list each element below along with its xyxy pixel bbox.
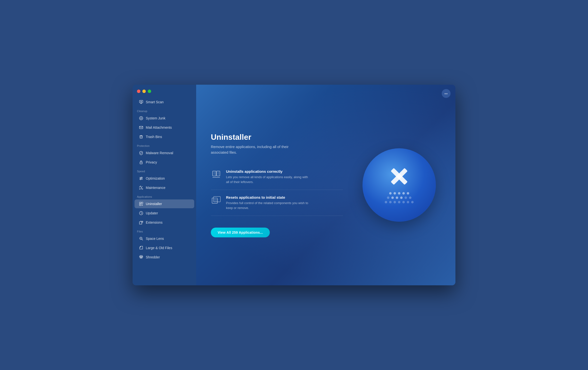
dot [389,192,392,195]
extensions-label: Extensions [146,220,162,224]
window-controls [133,90,196,97]
app-window: Smart Scan Cleanup System Junk [133,85,455,285]
dot [398,201,400,203]
x-mark-icon [389,167,409,186]
left-panel: Uninstaller Remove entire applications, … [211,133,343,237]
maintenance-icon [139,185,143,190]
dot [389,201,392,203]
dot [409,197,411,199]
dot [407,192,409,195]
svg-point-15 [139,188,140,189]
dot [387,197,389,199]
maintenance-label: Maintenance [146,186,165,190]
dot [396,197,398,199]
feature1-desc: Lets you remove all kinds of application… [226,175,309,184]
smart-scan-icon [139,100,143,104]
space-lens-label: Space Lens [146,237,164,241]
extensions-icon [139,220,143,225]
uninstaller-icon [139,202,143,206]
svg-rect-3 [139,126,143,129]
optimization-icon [139,176,143,181]
feature2-title: Resets applications to initial state [226,195,309,199]
view-all-button[interactable]: View All 259 Applications... [211,228,270,237]
logo-content [385,167,414,203]
sidebar-item-space-lens[interactable]: Space Lens [135,234,194,243]
sidebar-item-privacy[interactable]: Privacy [135,158,194,167]
resets-icon [211,195,222,206]
sidebar-item-shredder[interactable]: Shredder [135,253,194,262]
profile-icon: ●● [444,92,448,95]
sidebar: Smart Scan Cleanup System Junk [133,85,196,285]
dots-row-1 [385,192,414,195]
feature1-title: Uninstalls applications correctly [226,169,309,173]
svg-point-13 [141,177,142,178]
trash-bins-label: Trash Bins [146,135,162,139]
uninstaller-label: Uninstaller [146,202,162,206]
sidebar-item-trash-bins[interactable]: Trash Bins [135,132,194,141]
dots-row-2 [385,197,414,199]
dot [391,197,394,199]
shredder-label: Shredder [146,255,160,259]
feature-item-uninstalls: Uninstalls applications correctly Lets y… [211,164,343,190]
feature-list: Uninstalls applications correctly Lets y… [211,164,343,216]
svg-point-16 [142,188,143,189]
svg-rect-25 [216,171,220,176]
user-profile-button[interactable]: ●● [442,89,451,98]
updater-label: Updater [146,211,158,215]
svg-point-14 [140,179,141,180]
app-icon [362,148,436,222]
privacy-label: Privacy [146,160,157,164]
sidebar-item-updater[interactable]: Updater [135,209,194,218]
sidebar-item-malware-removal[interactable]: Malware Removal [135,149,194,157]
right-illustration [358,143,441,227]
sidebar-item-large-old-files[interactable]: Large & Old Files [135,243,194,252]
sidebar-item-system-junk[interactable]: System Junk [135,114,194,123]
content-area: Uninstaller Remove entire applications, … [196,123,455,247]
system-junk-label: System Junk [146,116,165,120]
dot [402,201,405,203]
cleanup-section-label: Cleanup [133,107,196,114]
sidebar-item-optimization[interactable]: Optimization [135,174,194,183]
uninstalls-icon [211,169,222,180]
sidebar-item-extensions[interactable]: Extensions [135,218,194,227]
dot [405,197,407,199]
dots-grid [385,192,414,203]
svg-rect-18 [141,202,143,204]
large-old-files-icon [139,246,143,250]
sidebar-item-uninstaller[interactable]: Uninstaller [135,199,194,208]
malware-removal-label: Malware Removal [146,151,173,155]
close-button[interactable] [137,90,140,93]
action-section: View All 259 Applications... [211,222,343,237]
dot [407,201,409,203]
dot [394,201,396,203]
updater-icon [139,211,143,215]
sidebar-item-mail-attachments[interactable]: Mail Attachments [135,123,194,132]
feature-item-resets: Resets applications to initial state Pro… [211,190,343,216]
feature-text-uninstalls: Uninstalls applications correctly Lets y… [226,169,309,184]
svg-point-8 [141,163,141,163]
svg-rect-17 [139,202,141,204]
svg-rect-23 [140,255,142,256]
privacy-icon [139,160,143,164]
dot [394,192,396,195]
maximize-button[interactable] [148,90,151,93]
minimize-button[interactable] [142,90,146,93]
dot [398,192,400,195]
shredder-icon [139,255,143,259]
dot [411,201,414,203]
speed-section-label: Speed [133,167,196,174]
dot [385,201,387,203]
sidebar-item-smart-scan[interactable]: Smart Scan [135,98,194,106]
smart-scan-label: Smart Scan [146,100,164,104]
malware-removal-icon [139,151,143,155]
svg-rect-24 [213,171,216,176]
svg-rect-19 [139,204,141,206]
sidebar-item-maintenance[interactable]: Maintenance [135,183,194,192]
dot [402,192,405,195]
files-section-label: Files [133,227,196,234]
trash-bins-icon [139,135,143,139]
page-title: Uninstaller [211,133,343,142]
applications-section-label: Applications [133,192,196,199]
feature-text-resets: Resets applications to initial state Pro… [226,195,309,210]
svg-rect-4 [140,136,142,138]
